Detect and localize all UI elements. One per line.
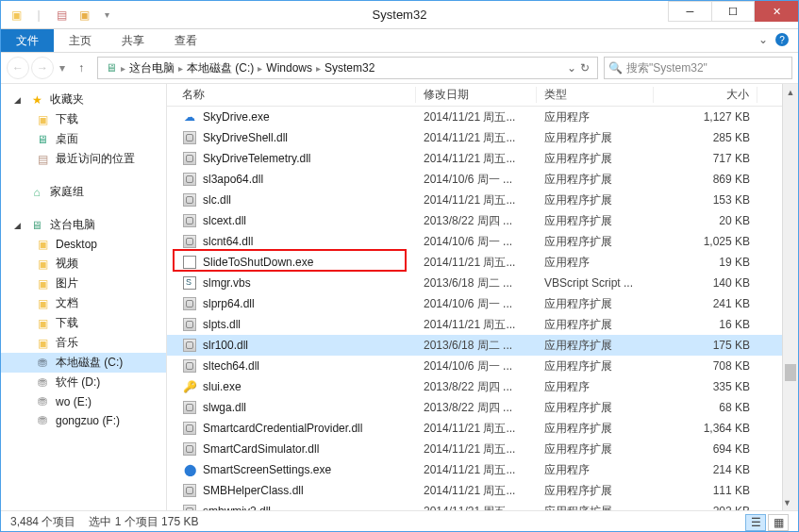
nav-favorites-header[interactable]: ◢★收藏夹	[1, 90, 166, 109]
breadcrumb-seg-drive[interactable]: 本地磁盘 (C:)	[183, 60, 258, 76]
file-row[interactable]: slr100.dll2013/6/18 周二 ...应用程序扩展175 KB	[167, 335, 798, 356]
file-row[interactable]: slc.dll2014/11/21 周五...应用程序扩展153 KB	[167, 190, 798, 210]
file-row[interactable]: SMBHelperClass.dll2014/11/21 周五...应用程序扩展…	[167, 480, 798, 501]
breadcrumb-seg-windows[interactable]: Windows	[262, 61, 316, 75]
address-dropdown-icon[interactable]: ⌄	[567, 61, 576, 75]
minimize-button[interactable]: ─	[668, 1, 711, 22]
scroll-up-icon[interactable]: ▲	[783, 84, 798, 100]
breadcrumb-seg-system32[interactable]: System32	[321, 61, 378, 75]
column-date[interactable]: 修改日期	[416, 87, 537, 103]
file-row[interactable]: slmgr.vbs2013/6/18 周二 ...VBScript Script…	[167, 273, 798, 293]
icons-view-button[interactable]: ▦	[768, 514, 789, 531]
body: ◢★收藏夹 ▣下载 🖥桌面 ▤最近访问的位置 ⌂家庭组 ◢🖥这台电脑 ▣Desk…	[1, 84, 798, 510]
search-input[interactable]: 🔍 搜索"System32"	[604, 57, 792, 79]
file-name: SmartcardCredentialProvider.dll	[203, 422, 362, 435]
file-row[interactable]: SmartcardCredentialProvider.dll2014/11/2…	[167, 418, 798, 439]
maximize-button[interactable]: ☐	[711, 1, 755, 22]
file-row[interactable]: SmartCardSimulator.dll2014/11/21 周五...应用…	[167, 439, 798, 459]
file-type: 应用程序	[537, 462, 654, 478]
file-name: SkyDrive.exe	[203, 110, 270, 124]
file-row[interactable]: ⬤SmartScreenSettings.exe2014/11/21 周五...…	[167, 459, 798, 480]
file-row[interactable]: SkyDriveShell.dll2014/11/21 周五...应用程序扩展2…	[167, 127, 798, 148]
file-row[interactable]: slprp64.dll2014/10/6 周一 ...应用程序扩展241 KB	[167, 293, 798, 314]
scroll-track[interactable]	[783, 100, 798, 494]
nav-item-drive-d[interactable]: ⛃软件 (D:)	[1, 373, 166, 392]
column-size[interactable]: 大小	[654, 87, 757, 103]
nav-item-drive-c[interactable]: ⛃本地磁盘 (C:)	[1, 353, 166, 373]
file-row[interactable]: SlideToShutDown.exe2014/11/21 周五...应用程序1…	[167, 252, 798, 273]
nav-thispc-header[interactable]: ◢🖥这台电脑	[1, 215, 166, 235]
address-bar[interactable]: 🖥 ▸ 这台电脑 ▸ 本地磁盘 (C:) ▸ Windows ▸ System3…	[97, 57, 598, 79]
file-row[interactable]: 🔑slui.exe2013/8/22 周四 ...应用程序335 KB	[167, 376, 798, 397]
ribbon-expand-icon[interactable]: ⌄	[758, 33, 768, 46]
column-name[interactable]: 名称	[175, 87, 416, 103]
nav-item-videos[interactable]: ▣视频	[1, 254, 166, 274]
scroll-down-icon[interactable]: ▼	[783, 494, 791, 510]
forward-button[interactable]: →	[31, 57, 54, 79]
file-size: 708 KB	[654, 359, 757, 373]
file-tab[interactable]: 文件	[1, 29, 54, 52]
file-row[interactable]: slcext.dll2013/8/22 周四 ...应用程序扩展20 KB	[167, 210, 798, 231]
scroll-thumb[interactable]	[785, 364, 796, 381]
column-type[interactable]: 类型	[537, 87, 654, 103]
file-icon	[182, 255, 197, 270]
file-row[interactable]: ☁SkyDrive.exe2014/11/21 周五...应用程序1,127 K…	[167, 107, 798, 127]
nav-item-pictures[interactable]: ▣图片	[1, 274, 166, 293]
back-button[interactable]: ←	[7, 57, 29, 79]
nav-item-drive-f[interactable]: ⛃gongzuo (F:)	[1, 411, 166, 430]
file-row[interactable]: sltech64.dll2014/10/6 周一 ...应用程序扩展708 KB	[167, 356, 798, 376]
up-button[interactable]: ↑	[71, 58, 92, 78]
file-row[interactable]: slwga.dll2013/8/22 周四 ...应用程序扩展68 KB	[167, 397, 798, 418]
view-switcher: ☰ ▦	[745, 514, 789, 531]
file-row[interactable]: SkyDriveTelemetry.dll2014/11/21 周五...应用程…	[167, 148, 798, 169]
recent-icon: ▤	[35, 152, 50, 167]
collapse-icon[interactable]: ◢	[14, 221, 24, 230]
file-date: 2014/10/6 周一 ...	[416, 172, 537, 188]
file-row[interactable]: slpts.dll2014/11/21 周五...应用程序扩展16 KB	[167, 314, 798, 335]
file-name: slui.exe	[203, 380, 241, 393]
collapse-icon[interactable]: ◢	[14, 95, 24, 105]
scrollbar[interactable]: ▲ ▼	[782, 84, 798, 510]
help-icon[interactable]: ?	[775, 33, 789, 46]
nav-item-downloads2[interactable]: ▣下载	[1, 313, 166, 333]
file-size: 153 KB	[654, 193, 757, 207]
refresh-icon[interactable]: ↻	[580, 61, 590, 75]
breadcrumb-seg-pc[interactable]: 这台电脑	[125, 60, 178, 76]
file-name: smbwmiv2.dll	[203, 505, 271, 510]
nav-item-drive-e[interactable]: ⛃wo (E:)	[1, 392, 166, 411]
file-name: slcext.dll	[203, 214, 246, 227]
close-button[interactable]: ✕	[755, 1, 798, 22]
file-icon	[182, 441, 197, 457]
nav-item-downloads[interactable]: ▣下载	[1, 109, 166, 129]
folder-icon: ▣	[35, 237, 50, 252]
nav-homegroup-header[interactable]: ⌂家庭组	[1, 182, 166, 202]
file-type: VBScript Script ...	[537, 276, 654, 290]
file-row[interactable]: slcnt64.dll2014/10/6 周一 ...应用程序扩展1,025 K…	[167, 231, 798, 252]
nav-item-music[interactable]: ▣音乐	[1, 333, 166, 353]
tab-view[interactable]: 查看	[159, 29, 212, 52]
properties-icon[interactable]: ▤	[54, 8, 69, 23]
new-folder-icon[interactable]: ▣	[76, 8, 92, 23]
file-type: 应用程序扩展	[537, 234, 654, 250]
nav-item-desktop2[interactable]: ▣Desktop	[1, 235, 166, 254]
search-icon: 🔍	[608, 61, 623, 75]
tab-home[interactable]: 主页	[54, 29, 107, 52]
file-row[interactable]: smbwmiv2.dll2014/11/21 周五应用程序扩展202 KB	[167, 501, 798, 510]
file-size: 717 KB	[654, 152, 757, 165]
qat-dropdown-icon[interactable]: ▾	[99, 8, 114, 23]
breadcrumb-pc-icon[interactable]: 🖥	[102, 61, 121, 75]
nav-item-recent[interactable]: ▤最近访问的位置	[1, 149, 166, 169]
nav-item-desktop[interactable]: 🖥桌面	[1, 129, 166, 149]
details-view-button[interactable]: ☰	[745, 514, 766, 531]
drive-icon: ⛃	[35, 394, 50, 409]
file-row[interactable]: sl3apo64.dll2014/10/6 周一 ...应用程序扩展869 KB	[167, 169, 798, 190]
column-headers: 名称 修改日期 类型 大小	[167, 84, 798, 107]
folder-icon: ▣	[8, 8, 24, 23]
nav-item-documents[interactable]: ▣文档	[1, 293, 166, 313]
file-type: 应用程序扩展	[537, 504, 654, 511]
recent-locations-icon[interactable]: ▾	[56, 61, 69, 75]
file-date: 2013/6/18 周二 ...	[416, 338, 537, 354]
file-type: 应用程序扩展	[537, 192, 654, 208]
file-name: slwga.dll	[203, 401, 246, 414]
tab-share[interactable]: 共享	[107, 29, 159, 52]
